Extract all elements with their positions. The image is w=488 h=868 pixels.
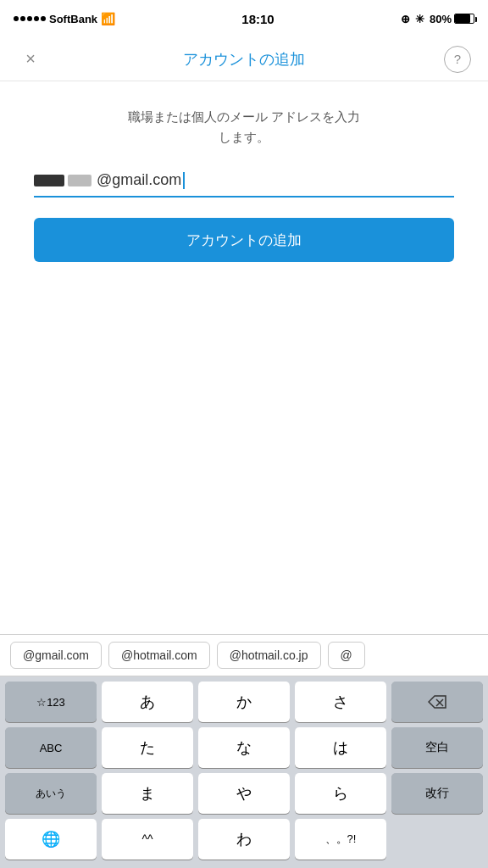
keyboard-row-4: 🌐 ^^ わ 、。?!	[0, 814, 488, 868]
keyboard-row-3: あいう ま や ら 改行	[0, 768, 488, 814]
suggestion-hotmail-jp[interactable]: @hotmail.co.jp	[217, 642, 321, 669]
status-left: SoftBank 📶	[14, 12, 115, 25]
add-account-button[interactable]: アカウントの追加	[34, 218, 454, 262]
nav-title: アカウントの追加	[183, 49, 305, 70]
keyboard: ☆123 あ か さ ABC た な は 空白	[0, 676, 488, 868]
key-aiou[interactable]: あいう	[5, 773, 97, 814]
key-backspace[interactable]	[391, 682, 483, 722]
subtitle-text: 職場または個人のメール アドレスを入力します。	[34, 107, 454, 147]
bottom-area: @gmail.com @hotmail.com @hotmail.co.jp @…	[0, 634, 488, 868]
key-na[interactable]: な	[198, 727, 290, 768]
key-ta[interactable]: た	[102, 727, 193, 768]
key-space[interactable]: 空白	[391, 727, 483, 768]
keyboard-row-1: ☆123 あ か さ	[0, 676, 488, 722]
key-globe[interactable]: 🌐	[5, 819, 97, 860]
suggestion-at[interactable]: @	[328, 642, 365, 669]
keyboard-row-2: ABC た な は 空白	[0, 722, 488, 768]
battery-bar	[454, 14, 474, 24]
bluetooth-icon: ✳	[415, 13, 424, 25]
suggestion-gmail[interactable]: @gmail.com	[10, 642, 102, 669]
battery-fill	[455, 14, 470, 23]
suggestion-hotmail[interactable]: @hotmail.com	[108, 642, 210, 669]
blur-block-2	[68, 175, 92, 186]
status-right: ⊕ ✳ 80%	[401, 13, 474, 25]
help-button[interactable]: ?	[444, 46, 471, 73]
email-prefix-blur	[34, 175, 92, 186]
cursor-line	[183, 172, 185, 189]
battery-percent: 80%	[430, 13, 452, 25]
key-ha[interactable]: は	[295, 727, 386, 768]
key-ra[interactable]: ら	[295, 773, 386, 814]
key-return[interactable]: 改行	[391, 773, 483, 814]
page-root: SoftBank 📶 18:10 ⊕ ✳ 80% × アカウントの追加 ? 職場…	[0, 0, 488, 868]
key-ka[interactable]: か	[198, 682, 290, 722]
status-time: 18:10	[241, 12, 274, 26]
blur-block-1	[34, 175, 64, 186]
key-hat[interactable]: ^^	[102, 819, 193, 860]
suggestions-bar: @gmail.com @hotmail.com @hotmail.co.jp @	[0, 634, 488, 676]
email-input-wrapper[interactable]: @gmail.com	[34, 171, 454, 198]
wifi-icon: 📶	[101, 12, 115, 25]
nav-bar: × アカウントの追加 ?	[0, 37, 488, 81]
key-punctuation[interactable]: 、。?!	[295, 819, 386, 860]
middle-spacer	[0, 279, 488, 634]
signal-dots	[14, 16, 46, 21]
carrier-name: SoftBank	[49, 13, 97, 25]
key-123[interactable]: ☆123	[5, 682, 97, 722]
key-sa[interactable]: さ	[295, 682, 386, 722]
key-abc[interactable]: ABC	[5, 727, 97, 768]
key-a[interactable]: あ	[102, 682, 193, 722]
key-empty	[391, 819, 483, 860]
close-button[interactable]: ×	[17, 46, 44, 73]
status-bar: SoftBank 📶 18:10 ⊕ ✳ 80%	[0, 0, 488, 37]
battery-indicator: 80%	[430, 13, 474, 25]
email-display: @gmail.com	[34, 171, 454, 198]
key-wa[interactable]: わ	[198, 819, 290, 860]
key-ya[interactable]: や	[198, 773, 290, 814]
email-domain: @gmail.com	[97, 171, 181, 189]
key-ma[interactable]: ま	[102, 773, 193, 814]
location-icon: ⊕	[401, 13, 410, 25]
main-content: 職場または個人のメール アドレスを入力します。 @gmail.com アカウント…	[0, 81, 488, 279]
